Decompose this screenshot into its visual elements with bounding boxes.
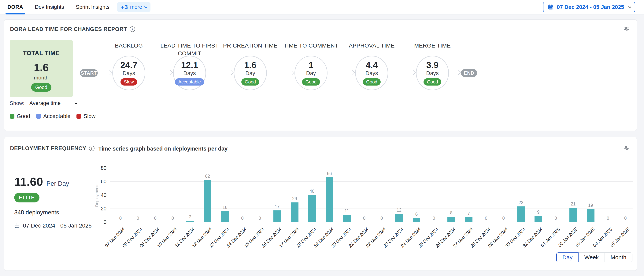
- bar-value-label: 0: [111, 216, 130, 221]
- legend-label: Good: [17, 113, 30, 119]
- chart-title: Time series graph based on deployments p…: [98, 146, 228, 152]
- deployment-bar[interactable]: [534, 216, 542, 222]
- deployment-bar[interactable]: [326, 177, 333, 222]
- y-axis-tick-label: 60: [92, 179, 106, 185]
- stage-unit: Day: [245, 70, 255, 76]
- stage-label: PR CREATION TIME: [220, 42, 281, 49]
- flow-arrow: [389, 73, 415, 73]
- show-label: Show:: [10, 100, 24, 106]
- bar-value-label: 0: [598, 216, 618, 221]
- chevron-down-icon: [628, 5, 631, 8]
- deployment-bar[interactable]: [395, 214, 403, 222]
- more-tabs-button[interactable]: +3 more: [117, 2, 150, 12]
- x-axis-line: [110, 222, 633, 222]
- deployment-rate-value: 11.60: [14, 175, 43, 188]
- bar-value-label: 0: [355, 216, 374, 221]
- stage-status-badge: Acceptable: [175, 78, 204, 86]
- more-tabs-word: more: [130, 4, 142, 10]
- deployment-rate-unit: Per Day: [46, 180, 69, 187]
- deployment-frequency-card: DEPLOYMENT FREQUENCY i Time series graph…: [4, 137, 637, 271]
- y-axis-tick-label: 0: [92, 219, 106, 225]
- bar-value-label: 0: [146, 216, 165, 221]
- show-metric-dropdown[interactable]: Average time: [30, 100, 77, 106]
- tab-bar: DORA Dev Insights Sprint Insights: [8, 0, 110, 14]
- legend-item: Good: [10, 113, 30, 119]
- flow-start-pill: START: [80, 69, 98, 77]
- tab-sprint-insights[interactable]: Sprint Insights: [76, 0, 110, 14]
- bar-value-label: 11: [337, 208, 356, 213]
- stage-circle: 1.6DayGood: [234, 56, 267, 90]
- bar-value-label: 0: [424, 216, 444, 221]
- stage-status-badge: Good: [424, 78, 442, 86]
- deployment-bar[interactable]: [186, 221, 194, 222]
- bar-value-label: 0: [250, 216, 269, 221]
- stage-unit: Days: [122, 70, 135, 76]
- granularity-week-button[interactable]: Week: [578, 252, 605, 262]
- bar-value-label: 16: [216, 205, 234, 210]
- granularity-toggle: Day Week Month: [556, 252, 632, 262]
- settings-sliders-icon[interactable]: [623, 145, 630, 152]
- flow-arrow: [146, 73, 172, 73]
- legend-label: Slow: [84, 113, 96, 119]
- stage-circle: 3.9DaysGood: [416, 56, 449, 90]
- flow-arrow: [207, 73, 233, 73]
- deployment-title-text: DEPLOYMENT FREQUENCY: [10, 145, 86, 152]
- deployment-bar[interactable]: [221, 211, 229, 222]
- stage-status-badge: Slow: [120, 78, 137, 86]
- bar-value-label: 0: [163, 216, 182, 221]
- date-range-label: 07 Dec 2024 - 05 Jan 2025: [557, 4, 624, 10]
- tab-dora[interactable]: DORA: [8, 0, 23, 14]
- legend-swatch: [36, 114, 41, 119]
- bar-value-label: 17: [268, 204, 287, 209]
- granularity-day-button[interactable]: Day: [556, 252, 578, 262]
- bar-value-label: 0: [477, 216, 496, 221]
- deployment-bar[interactable]: [308, 195, 316, 222]
- deployment-rate: 11.60 Per Day: [14, 175, 69, 188]
- deployment-bar[interactable]: [343, 215, 351, 222]
- gridline: [110, 181, 633, 182]
- tier-badge: ELITE: [14, 193, 40, 202]
- date-range-picker[interactable]: 07 Dec 2024 - 05 Jan 2025: [543, 2, 635, 12]
- deployment-bar[interactable]: [517, 206, 525, 222]
- stage-label: LEAD TIME TO FIRST COMMIT: [159, 42, 220, 57]
- info-icon[interactable]: i: [89, 146, 94, 151]
- flow-arrow: [268, 73, 294, 73]
- bar-value-label: 9: [529, 210, 548, 215]
- stage-value: 12.1: [181, 60, 198, 70]
- more-tabs-count: +3: [121, 4, 128, 10]
- bar-value-label: 7: [459, 211, 478, 216]
- bar-value-label: 0: [372, 216, 391, 221]
- bar-value-label: 0: [494, 216, 513, 221]
- deployment-bar[interactable]: [465, 217, 472, 222]
- stage-value: 1.6: [244, 60, 256, 70]
- deployment-bar[interactable]: [570, 208, 577, 222]
- stage-circle: 24.7DaysSlow: [112, 56, 145, 90]
- deployment-bar[interactable]: [587, 209, 594, 222]
- y-axis-tick-label: 80: [92, 165, 106, 171]
- legend-item: Acceptable: [36, 113, 70, 119]
- stage-circle: 1DayGood: [294, 56, 328, 90]
- tab-dev-insights[interactable]: Dev Insights: [35, 0, 64, 14]
- bar-value-label: 2: [181, 214, 200, 220]
- legend-swatch: [10, 114, 14, 119]
- bar-value-label: 8: [442, 210, 461, 216]
- deployment-bar[interactable]: [274, 210, 281, 222]
- deployments-bar-chart: 020406080007 Dec 2024008 Dec 2024009 Dec…: [110, 168, 633, 222]
- gridline: [110, 209, 633, 209]
- legend-item: Slow: [76, 113, 96, 119]
- stage-label: TIME TO COMMENT: [281, 42, 341, 49]
- top-navigation-bar: DORA Dev Insights Sprint Insights +3 mor…: [0, 0, 644, 15]
- chevron-down-icon: [144, 5, 148, 8]
- deployment-bar[interactable]: [413, 218, 420, 222]
- flow-arrow: [450, 73, 460, 73]
- stage-unit: Day: [306, 70, 316, 76]
- deployment-bar[interactable]: [448, 217, 455, 222]
- granularity-month-button[interactable]: Month: [604, 252, 632, 262]
- bar-value-label: 21: [564, 201, 583, 207]
- stage-status-badge: Good: [241, 78, 260, 86]
- calendar-icon: [14, 223, 20, 228]
- deployment-bar[interactable]: [204, 180, 212, 222]
- flow-arrow: [98, 73, 112, 73]
- deployment-bar[interactable]: [291, 202, 298, 222]
- bar-value-label: 0: [233, 216, 252, 221]
